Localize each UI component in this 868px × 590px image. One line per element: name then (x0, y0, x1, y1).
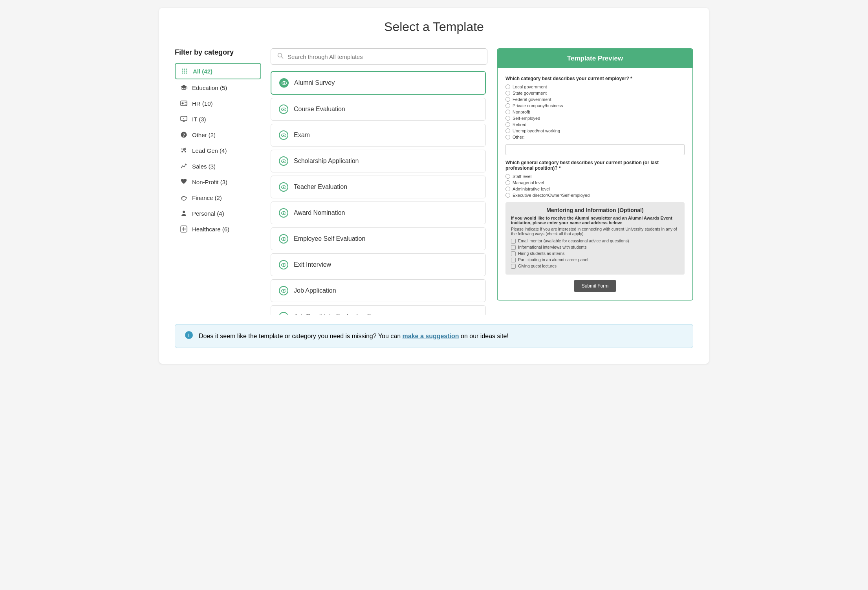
template-list-wrapper: Alumni SurveyCourse EvaluationExamSchola… (271, 71, 487, 315)
sidebar-item-hr[interactable]: HR (10) (175, 96, 261, 111)
template-item[interactable]: Job Application (271, 279, 486, 302)
svg-line-36 (282, 57, 283, 59)
preview-radio-item: Local government (505, 84, 685, 89)
preview-radio-item: Federal government (505, 97, 685, 102)
sidebar-item-sales[interactable]: Sales (3) (175, 159, 261, 174)
radio-dot[interactable] (505, 91, 510, 95)
preview-radio-item: Private company/business (505, 103, 685, 108)
radio-dot[interactable] (505, 97, 510, 102)
graduation-icon (179, 83, 188, 92)
checkbox-box[interactable] (511, 258, 516, 262)
sidebar-heading: Filter by category (175, 48, 261, 57)
template-item[interactable]: Exit Interview (271, 253, 486, 276)
bottom-banner: i Does it seem like the template or cate… (175, 324, 693, 348)
svg-point-52 (283, 264, 284, 266)
checkbox-box[interactable] (511, 251, 516, 256)
radio-dot[interactable] (505, 193, 510, 198)
banner-text-after: on our ideas site! (459, 333, 509, 339)
preview-checkbox-item: Giving guest lectures (511, 264, 679, 269)
banner-link[interactable]: make a suggestion (403, 333, 459, 339)
sidebar-item-education-label: Education (5) (192, 84, 227, 91)
search-bar[interactable] (271, 48, 487, 65)
svg-point-44 (283, 160, 284, 162)
sidebar-item-other[interactable]: ? Other (2) (175, 127, 261, 142)
eye-icon (279, 312, 288, 315)
piggybank-icon (179, 193, 188, 202)
cross-icon (179, 225, 188, 233)
radio-dot[interactable] (505, 103, 510, 108)
template-item[interactable]: Award Nomination (271, 202, 486, 224)
preview-content: Which category best describes your curre… (498, 68, 692, 300)
preview-other-input[interactable] (505, 144, 685, 155)
template-item-label: Job Application (294, 287, 336, 294)
monitor-icon (179, 115, 188, 123)
eye-icon (279, 208, 288, 218)
sidebar-item-personal[interactable]: Personal (4) (175, 206, 261, 221)
checkbox-label: Informational interviews with students (518, 245, 587, 249)
preview-radio-item: Unemployed/not working (505, 128, 685, 133)
checkbox-box[interactable] (511, 264, 516, 269)
template-item[interactable]: Employee Self Evaluation (271, 227, 486, 250)
svg-point-8 (186, 73, 187, 74)
svg-point-26 (185, 164, 187, 165)
svg-line-25 (184, 150, 185, 151)
template-item[interactable]: Job Candidate Evaluation Form (271, 305, 486, 315)
radio-dot[interactable] (505, 122, 510, 127)
sidebar-item-all[interactable]: All (42) (175, 63, 261, 79)
template-item[interactable]: Exam (271, 124, 486, 147)
template-item-label: Award Nomination (294, 209, 345, 216)
radio-dot[interactable] (505, 84, 510, 89)
preview-submit-button[interactable]: Submit Form (574, 280, 617, 292)
template-item[interactable]: Alumni Survey (271, 71, 486, 95)
svg-point-46 (283, 186, 284, 188)
person-icon (179, 209, 188, 218)
preview-section-box: Mentoring and Information (Optional) If … (505, 202, 685, 275)
checkbox-box[interactable] (511, 239, 516, 244)
svg-point-6 (182, 73, 183, 74)
preview-position-options: Staff levelManagerial levelAdministrativ… (505, 174, 685, 198)
svg-point-21 (183, 148, 185, 150)
radio-dot[interactable] (505, 110, 510, 114)
radio-label: Unemployed/not working (513, 128, 560, 133)
sidebar-item-finance[interactable]: Finance (2) (175, 190, 261, 205)
checkbox-label: Participating in an alumni career panel (518, 257, 588, 262)
preview-radio-item: Self-employed (505, 116, 685, 121)
svg-point-23 (185, 151, 186, 152)
preview-employer-options: Local governmentState governmentFederal … (505, 84, 685, 139)
radio-dot[interactable] (505, 174, 510, 179)
radio-label: Managerial level (513, 180, 544, 185)
template-item[interactable]: Course Evaluation (271, 98, 486, 121)
preview-radio-item: Staff level (505, 174, 685, 179)
checkbox-label: Hiring students as interns (518, 251, 564, 256)
sidebar-item-nonprofit[interactable]: Non-Profit (3) (175, 174, 261, 189)
radio-dot[interactable] (505, 116, 510, 121)
banner-text-before: Does it seem like the template or catego… (199, 333, 403, 339)
radio-dot[interactable] (505, 180, 510, 185)
svg-point-12 (182, 103, 184, 104)
sidebar-item-healthcare[interactable]: Healthcare (6) (175, 222, 261, 236)
eye-icon (279, 234, 288, 244)
preview-radio-item: Retired (505, 122, 685, 127)
sidebar-item-education[interactable]: Education (5) (175, 80, 261, 95)
template-item[interactable]: Scholarship Application (271, 150, 486, 172)
search-input[interactable] (288, 53, 481, 60)
svg-point-42 (283, 134, 284, 136)
checkbox-box[interactable] (511, 245, 516, 250)
sidebar-item-leadgen[interactable]: Lead Gen (4) (175, 143, 261, 158)
sidebar-item-it[interactable]: IT (3) (175, 112, 261, 126)
template-item-label: Job Candidate Evaluation Form (294, 313, 382, 315)
template-item-label: Alumni Survey (294, 79, 335, 86)
sidebar-item-it-label: IT (3) (192, 116, 206, 123)
svg-point-28 (182, 198, 183, 198)
template-item[interactable]: Teacher Evaluation (271, 176, 486, 198)
svg-rect-11 (181, 101, 187, 106)
preview-radio-item: Managerial level (505, 180, 685, 185)
svg-point-31 (183, 211, 185, 213)
radio-dot[interactable] (505, 135, 510, 139)
eye-icon (279, 286, 288, 295)
preview-checkbox-item: Informational interviews with students (511, 245, 679, 250)
radio-dot[interactable] (505, 187, 510, 191)
svg-point-54 (283, 290, 284, 291)
radio-dot[interactable] (505, 128, 510, 133)
sidebar-item-personal-label: Personal (4) (192, 210, 224, 217)
